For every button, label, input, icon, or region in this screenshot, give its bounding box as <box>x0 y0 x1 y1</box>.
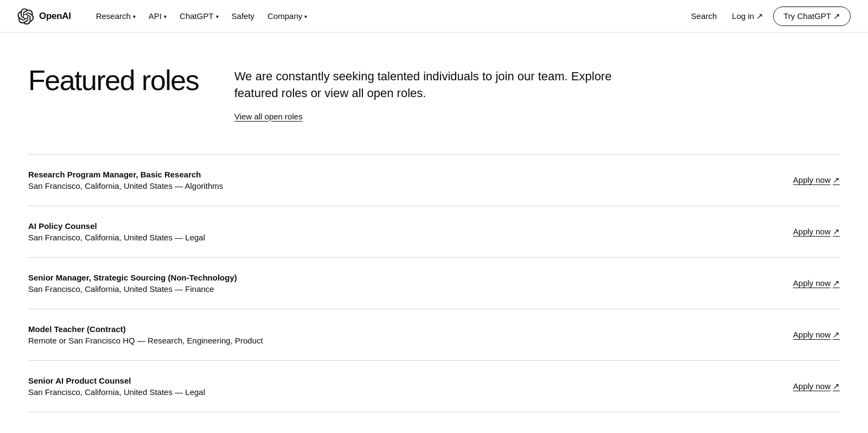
try-chatgpt-button[interactable]: Try ChatGPT ↗ <box>773 7 851 26</box>
job-location: Remote or San Francisco HQ — Research, E… <box>28 336 263 345</box>
job-row: AI Policy Counsel San Francisco, Califor… <box>28 206 840 258</box>
nav-links: Research ▾ API ▾ ChatGPT ▾ Safety Compan… <box>91 8 313 24</box>
nav-safety[interactable]: Safety <box>226 8 260 24</box>
search-button[interactable]: Search <box>686 8 723 24</box>
job-row: Senior Manager, Strategic Sourcing (Non-… <box>28 258 840 309</box>
featured-description-text: We are constantly seeking talented indiv… <box>234 68 625 102</box>
apply-now-button[interactable]: Apply now ↗ <box>793 278 840 288</box>
apply-now-label: Apply now <box>793 278 831 288</box>
featured-description: We are constantly seeking talented indiv… <box>234 65 840 122</box>
nav-right: Search Log in ↗ Try ChatGPT ↗ <box>686 7 851 26</box>
chatgpt-chevron-icon: ▾ <box>216 14 219 20</box>
job-title: AI Policy Counsel <box>28 221 205 231</box>
job-title: Research Program Manager, Basic Research <box>28 170 223 179</box>
job-location: San Francisco, California, United States… <box>28 181 223 190</box>
job-location: San Francisco, California, United States… <box>28 387 205 397</box>
navbar: OpenAI Research ▾ API ▾ ChatGPT ▾ Safety… <box>0 0 868 33</box>
openai-logo[interactable]: OpenAI <box>17 8 71 24</box>
job-info: AI Policy Counsel San Francisco, Califor… <box>28 221 205 242</box>
apply-arrow-icon: ↗ <box>833 227 840 237</box>
apply-now-label: Apply now <box>793 175 831 184</box>
job-title: Model Teacher (Contract) <box>28 324 263 334</box>
job-location: San Francisco, California, United States… <box>28 284 237 294</box>
nav-left: OpenAI Research ▾ API ▾ ChatGPT ▾ Safety… <box>17 8 312 24</box>
main-content: Featured roles We are constantly seeking… <box>11 33 857 412</box>
job-info: Senior Manager, Strategic Sourcing (Non-… <box>28 273 237 294</box>
job-row: Senior AI Product Counsel San Francisco,… <box>28 361 840 412</box>
login-button[interactable]: Log in ↗ <box>726 8 769 24</box>
apply-now-label: Apply now <box>793 227 831 236</box>
openai-logo-icon <box>17 8 34 24</box>
apply-now-label: Apply now <box>793 381 831 391</box>
nav-company[interactable]: Company ▾ <box>262 8 312 24</box>
job-location: San Francisco, California, United States… <box>28 233 205 242</box>
job-title: Senior Manager, Strategic Sourcing (Non-… <box>28 273 237 282</box>
view-all-roles-link[interactable]: View all open roles <box>234 112 303 121</box>
try-arrow-icon: ↗ <box>833 11 840 21</box>
login-arrow-icon: ↗ <box>756 11 763 21</box>
apply-now-button[interactable]: Apply now ↗ <box>793 227 840 237</box>
job-title: Senior AI Product Counsel <box>28 376 205 385</box>
openai-wordmark: OpenAI <box>39 11 71 22</box>
company-chevron-icon: ▾ <box>304 14 307 20</box>
featured-title: Featured roles <box>28 65 213 96</box>
apply-arrow-icon: ↗ <box>833 175 840 185</box>
nav-chatgpt[interactable]: ChatGPT ▾ <box>174 8 224 24</box>
job-row: Research Program Manager, Basic Research… <box>28 155 840 206</box>
apply-arrow-icon: ↗ <box>833 381 840 391</box>
apply-arrow-icon: ↗ <box>833 278 840 288</box>
job-info: Senior AI Product Counsel San Francisco,… <box>28 376 205 397</box>
apply-now-button[interactable]: Apply now ↗ <box>793 330 840 340</box>
job-info: Model Teacher (Contract) Remote or San F… <box>28 324 263 345</box>
jobs-list: Research Program Manager, Basic Research… <box>28 154 840 412</box>
research-chevron-icon: ▾ <box>133 14 136 20</box>
job-row: Model Teacher (Contract) Remote or San F… <box>28 309 840 361</box>
apply-now-label: Apply now <box>793 330 831 339</box>
apply-now-button[interactable]: Apply now ↗ <box>793 381 840 391</box>
featured-header: Featured roles We are constantly seeking… <box>28 65 840 122</box>
nav-api[interactable]: API ▾ <box>143 8 172 24</box>
api-chevron-icon: ▾ <box>164 14 167 20</box>
apply-now-button[interactable]: Apply now ↗ <box>793 175 840 185</box>
apply-arrow-icon: ↗ <box>833 330 840 340</box>
nav-research[interactable]: Research ▾ <box>91 8 141 24</box>
job-info: Research Program Manager, Basic Research… <box>28 170 223 190</box>
